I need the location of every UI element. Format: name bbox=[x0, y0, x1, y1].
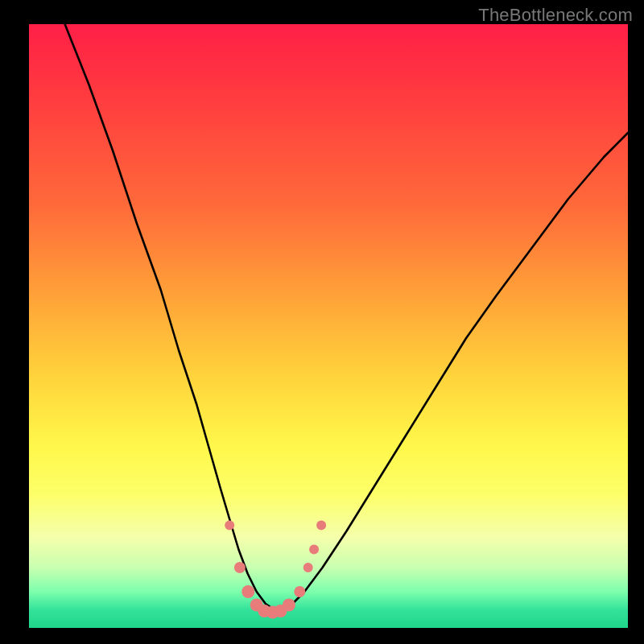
data-marker bbox=[242, 585, 254, 598]
data-marker bbox=[234, 562, 246, 573]
data-marker bbox=[309, 545, 319, 555]
data-marker bbox=[303, 563, 313, 572]
data-marker bbox=[316, 521, 326, 530]
curve-group bbox=[65, 24, 628, 610]
data-marker bbox=[283, 599, 295, 612]
chart-svg bbox=[29, 24, 628, 628]
watermark-text: TheBottleneck.com bbox=[478, 5, 633, 26]
data-marker bbox=[225, 521, 234, 530]
bottleneck-curve bbox=[65, 24, 628, 610]
data-marker bbox=[294, 586, 305, 597]
plot-area bbox=[29, 24, 628, 628]
chart-frame: TheBottleneck.com bbox=[0, 0, 644, 644]
marker-group bbox=[225, 521, 326, 619]
